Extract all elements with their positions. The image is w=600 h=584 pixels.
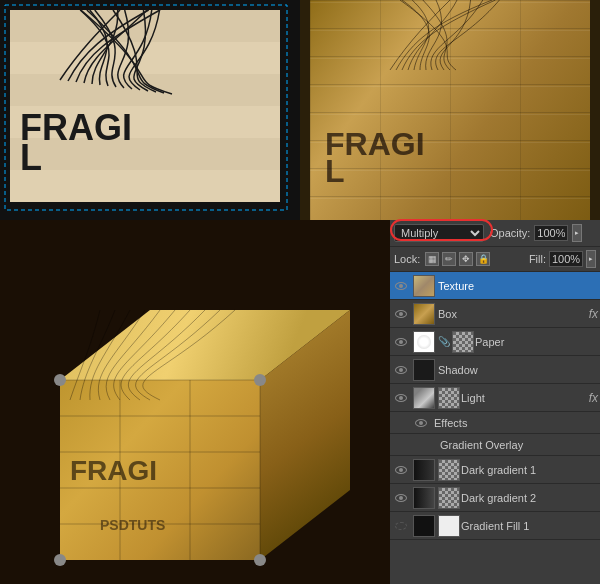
layer-item-dark-gradient-1[interactable]: Dark gradient 1 — [390, 456, 600, 484]
layer-name-gradient-overlay: Gradient Overlay — [440, 439, 598, 451]
visibility-icon-light[interactable] — [392, 389, 410, 407]
visibility-icon-dark-gradient-1[interactable] — [392, 461, 410, 479]
visibility-icon-shadow[interactable] — [392, 361, 410, 379]
top-images-row — [0, 0, 600, 220]
lock-transparency-icon[interactable]: ▦ — [425, 252, 439, 266]
layer-thumb-box — [413, 303, 435, 325]
layer-name-paper: Paper — [475, 336, 598, 348]
lock-image-icon[interactable]: ✏ — [442, 252, 456, 266]
layer-mask-dark-gradient-1 — [438, 459, 460, 481]
bottom-image-panel — [0, 220, 390, 584]
blend-mode-row: Multiply Normal Screen Overlay Opacity: … — [390, 220, 600, 247]
layers-list: TextureBoxfx📎PaperShadowLightfxEffectsGr… — [390, 272, 600, 584]
lock-row: Lock: ▦ ✏ ✥ 🔒 Fill: ▸ — [390, 247, 600, 272]
lock-all-icon[interactable]: 🔒 — [476, 252, 490, 266]
lock-position-icon[interactable]: ✥ — [459, 252, 473, 266]
clip-icon-paper: 📎 — [438, 336, 450, 347]
visibility-icon-gradient-fill-1[interactable] — [392, 517, 410, 535]
layer-mask-dark-gradient-2 — [438, 487, 460, 509]
image-panel-left — [0, 0, 300, 220]
image-panel-right — [300, 0, 600, 220]
bottom-area: Multiply Normal Screen Overlay Opacity: … — [0, 220, 600, 584]
opacity-label: Opacity: — [490, 227, 530, 239]
visibility-icon-effects-header[interactable] — [412, 414, 430, 432]
layer-item-dark-gradient-2[interactable]: Dark gradient 2 — [390, 484, 600, 512]
layer-name-dark-gradient-2: Dark gradient 2 — [461, 492, 598, 504]
lock-label: Lock: — [394, 253, 420, 265]
layer-item-gradient-fill-1[interactable]: Gradient Fill 1 — [390, 512, 600, 540]
opacity-input[interactable] — [534, 225, 568, 241]
layer-name-gradient-fill-1: Gradient Fill 1 — [461, 520, 598, 532]
layer-item-gradient-overlay[interactable]: Gradient Overlay — [390, 434, 600, 456]
layer-item-shadow[interactable]: Shadow — [390, 356, 600, 384]
blend-mode-select[interactable]: Multiply Normal Screen Overlay — [394, 224, 484, 242]
layer-mask-gradient-fill-1 — [438, 515, 460, 537]
fill-label: Fill: — [529, 253, 546, 265]
layer-thumb-paper — [413, 331, 435, 353]
layer-mask-paper — [452, 331, 474, 353]
opacity-arrow[interactable]: ▸ — [572, 224, 582, 242]
layer-mask-light — [438, 387, 460, 409]
visibility-icon-box[interactable] — [392, 305, 410, 323]
layer-item-box[interactable]: Boxfx — [390, 300, 600, 328]
layer-item-paper[interactable]: 📎Paper — [390, 328, 600, 356]
visibility-icon-dark-gradient-2[interactable] — [392, 489, 410, 507]
layers-panel: Multiply Normal Screen Overlay Opacity: … — [390, 220, 600, 584]
fill-arrow[interactable]: ▸ — [586, 250, 596, 268]
layer-name-box: Box — [438, 308, 587, 320]
fx-badge-light[interactable]: fx — [589, 391, 598, 405]
layer-thumb-shadow — [413, 359, 435, 381]
layer-name-texture: Texture — [438, 280, 598, 292]
layer-item-texture[interactable]: Texture — [390, 272, 600, 300]
layer-item-light[interactable]: Lightfx — [390, 384, 600, 412]
layer-thumb-dark-gradient-2 — [413, 487, 435, 509]
layer-name-effects-header: Effects — [434, 417, 598, 429]
layer-name-dark-gradient-1: Dark gradient 1 — [461, 464, 598, 476]
visibility-icon-paper[interactable] — [392, 333, 410, 351]
layer-thumb-dark-gradient-1 — [413, 459, 435, 481]
fill-input[interactable] — [549, 251, 583, 267]
layer-thumb-gradient-fill-1 — [413, 515, 435, 537]
layer-name-shadow: Shadow — [438, 364, 598, 376]
layer-thumb-light — [413, 387, 435, 409]
layer-item-effects-header[interactable]: Effects — [390, 412, 600, 434]
fx-badge-box[interactable]: fx — [589, 307, 598, 321]
layer-thumb-texture — [413, 275, 435, 297]
visibility-icon-texture[interactable] — [392, 277, 410, 295]
layer-name-light: Light — [461, 392, 587, 404]
